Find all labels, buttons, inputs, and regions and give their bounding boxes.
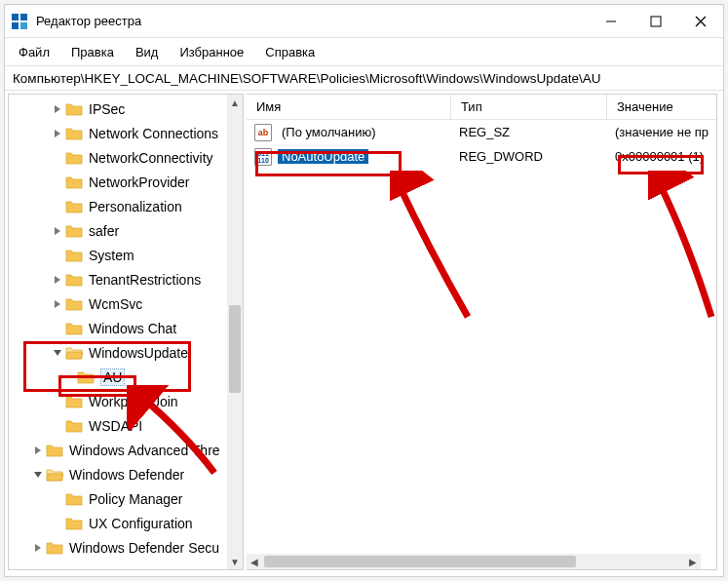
tree-node-label: WSDAPI	[89, 418, 142, 434]
app-icon	[11, 13, 28, 30]
value-row[interactable]: ab(По умолчанию)REG_SZ(значение не пр	[247, 120, 716, 144]
value-type: REG_DWORD	[451, 144, 607, 169]
tree-node[interactable]: Windows Advanced Thre	[9, 438, 227, 462]
tree-node[interactable]: Windows Chat	[9, 316, 227, 340]
value-data: (значение не пр	[607, 120, 716, 144]
window-controls	[589, 6, 723, 37]
tree-node[interactable]: TenantRestrictions	[9, 267, 227, 291]
tree-pane: IPSec Network Connections NetworkConnect…	[8, 94, 244, 570]
expander-icon[interactable]	[52, 176, 63, 188]
scroll-thumb[interactable]	[229, 305, 241, 393]
scroll-left-button[interactable]: ◀	[247, 554, 262, 569]
expander-icon[interactable]	[52, 152, 63, 164]
vertical-scrollbar[interactable]: ▲ ▼	[227, 95, 243, 569]
tree-node-label: Network Connections	[89, 126, 218, 141]
expander-icon[interactable]	[52, 493, 63, 505]
folder-icon	[65, 346, 83, 360]
tree-node[interactable]: UX Configuration	[9, 511, 227, 535]
tree-node-label: IPSec	[89, 101, 125, 117]
folder-icon	[65, 127, 83, 140]
close-button[interactable]	[678, 6, 723, 37]
values-pane: Имя Тип Значение ab(По умолчанию)REG_SZ(…	[247, 94, 717, 570]
expander-icon[interactable]	[32, 469, 44, 481]
expander-icon[interactable]	[52, 250, 63, 261]
tree-node[interactable]: NetworkConnectivity	[9, 145, 227, 170]
minimize-button[interactable]	[589, 6, 633, 37]
registry-editor-window: Редактор реестра Файл Правка Вид Избранн…	[4, 4, 724, 577]
expander-icon[interactable]	[52, 225, 63, 237]
expander-icon[interactable]	[52, 518, 63, 529]
listview-body[interactable]: ab(По умолчанию)REG_SZ(значение не пр011…	[247, 120, 716, 554]
expander-icon[interactable]	[52, 347, 63, 359]
folder-icon	[65, 249, 83, 262]
expander-icon[interactable]	[52, 420, 63, 432]
folder-icon	[77, 370, 95, 384]
tree-node-label: Windows Advanced Thre	[69, 443, 220, 458]
expander-icon[interactable]	[63, 371, 75, 383]
scroll-up-button[interactable]: ▲	[227, 95, 243, 110]
value-row[interactable]: 011110NoAutoUpdateREG_DWORD0x00000001 (1…	[247, 144, 716, 169]
folder-icon	[65, 102, 83, 116]
expander-icon[interactable]	[52, 103, 63, 115]
folder-icon	[65, 175, 83, 189]
tree-node[interactable]: WorkplaceJoin	[9, 389, 227, 413]
scroll-right-button[interactable]: ▶	[685, 554, 701, 569]
svg-rect-3	[20, 22, 27, 29]
folder-icon	[65, 224, 83, 238]
main-panes: IPSec Network Connections NetworkConnect…	[5, 91, 723, 576]
tree-node[interactable]: Policy Manager	[9, 486, 227, 511]
expander-icon[interactable]	[52, 274, 63, 286]
tree-node[interactable]: Personalization	[9, 194, 227, 218]
tree-node[interactable]: Windows Defender	[9, 462, 227, 486]
tree-node[interactable]: NetworkProvider	[9, 170, 227, 194]
expander-icon[interactable]	[32, 542, 44, 554]
hscroll-thumb[interactable]	[264, 556, 576, 567]
svg-rect-1	[20, 14, 27, 20]
expander-icon[interactable]	[52, 396, 63, 407]
folder-icon	[65, 273, 83, 287]
maximize-button[interactable]	[633, 6, 678, 37]
expander-icon[interactable]	[52, 298, 63, 310]
tree-node-label: Windows Defender Secu	[69, 540, 219, 556]
menu-favorites[interactable]: Избранное	[170, 42, 253, 62]
tree-node[interactable]: WSDAPI	[9, 413, 227, 438]
listview-header: Имя Тип Значение	[247, 95, 716, 120]
tree-node-label: NetworkProvider	[89, 174, 189, 190]
registry-tree[interactable]: IPSec Network Connections NetworkConnect…	[9, 95, 227, 569]
string-value-icon: ab	[254, 124, 272, 141]
tree-node[interactable]: Windows Defender Secu	[9, 535, 227, 560]
horizontal-scrollbar[interactable]: ◀ ▶	[247, 554, 701, 569]
value-name: NoAutoUpdate	[278, 149, 368, 164]
expander-icon[interactable]	[32, 445, 44, 456]
folder-icon	[65, 395, 83, 408]
expander-icon[interactable]	[52, 128, 63, 139]
col-value[interactable]: Значение	[607, 95, 716, 119]
dword-value-icon: 011110	[254, 148, 272, 166]
expander-icon[interactable]	[52, 201, 63, 213]
menu-edit[interactable]: Правка	[61, 42, 124, 62]
expander-icon[interactable]	[52, 323, 63, 334]
menu-help[interactable]: Справка	[255, 42, 325, 62]
folder-icon	[65, 492, 83, 506]
tree-node[interactable]: Network Connections	[9, 121, 227, 145]
col-type[interactable]: Тип	[451, 95, 607, 119]
tree-node[interactable]: safer	[9, 218, 227, 243]
tree-node[interactable]: WcmSvc	[9, 291, 227, 316]
scroll-down-button[interactable]: ▼	[227, 554, 243, 569]
tree-node-label: NetworkConnectivity	[89, 150, 213, 166]
folder-icon	[65, 200, 83, 213]
tree-node[interactable]: AU	[9, 365, 227, 389]
address-bar[interactable]: Компьютер\HKEY_LOCAL_MACHINE\SOFTWARE\Po…	[5, 65, 723, 91]
col-name[interactable]: Имя	[247, 95, 451, 119]
menu-file[interactable]: Файл	[9, 42, 59, 62]
address-text: Компьютер\HKEY_LOCAL_MACHINE\SOFTWARE\Po…	[13, 71, 601, 86]
tree-node-label: Windows Chat	[89, 321, 176, 336]
menu-view[interactable]: Вид	[126, 42, 169, 62]
value-type: REG_SZ	[451, 120, 607, 144]
folder-icon	[65, 419, 83, 433]
folder-icon	[65, 517, 83, 530]
svg-rect-5	[651, 17, 661, 26]
tree-node[interactable]: IPSec	[9, 97, 227, 121]
tree-node[interactable]: System	[9, 243, 227, 267]
tree-node[interactable]: WindowsUpdate	[9, 340, 227, 365]
